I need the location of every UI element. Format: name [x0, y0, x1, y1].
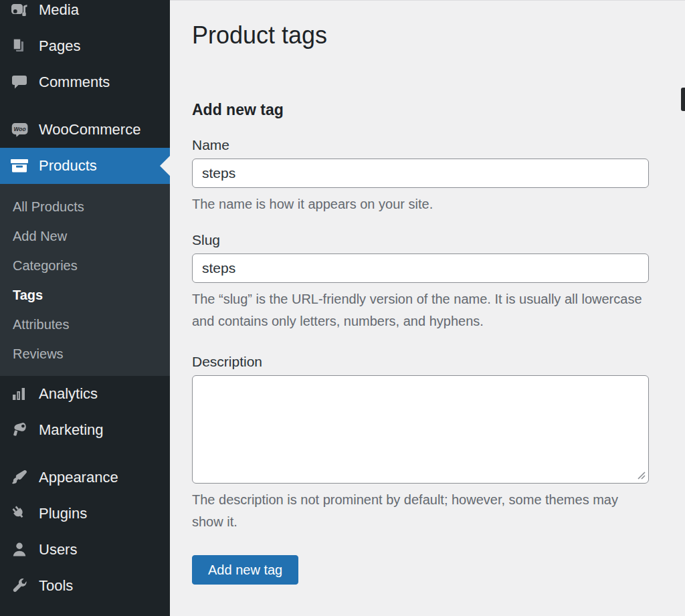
sidebar-item-label: Comments	[39, 74, 110, 91]
products-submenu: All Products Add New Categories Tags Att…	[0, 184, 170, 376]
sidebar-item-label: Users	[39, 541, 77, 558]
page-title: Product tags	[192, 21, 649, 49]
sidebar-item-label: Appearance	[39, 469, 118, 486]
tools-icon	[10, 577, 29, 595]
add-new-tag-form: Add new tag Name The name is how it appe…	[192, 101, 649, 585]
menu-separator	[0, 100, 170, 112]
name-input[interactable]	[192, 159, 649, 188]
submenu-item-attributes[interactable]: Attributes	[0, 310, 170, 339]
menu-separator	[0, 448, 170, 459]
name-label: Name	[192, 137, 649, 153]
slug-help-text: The “slug” is the URL-friendly version o…	[192, 288, 649, 332]
description-label: Description	[192, 354, 649, 370]
sidebar-item-products[interactable]: Products	[0, 148, 170, 184]
slug-input[interactable]	[192, 253, 649, 283]
marketing-icon	[10, 421, 29, 439]
sidebar-item-label: WooCommerce	[39, 121, 140, 138]
comments-icon	[10, 73, 29, 92]
sidebar-item-woocommerce[interactable]: Woo WooCommerce	[0, 112, 170, 148]
add-new-tag-button[interactable]: Add new tag	[192, 555, 298, 585]
media-icon	[10, 1, 29, 19]
sidebar-item-analytics[interactable]: Analytics	[0, 376, 170, 412]
products-icon	[10, 157, 29, 175]
description-textarea[interactable]	[192, 375, 649, 484]
appearance-icon	[10, 468, 29, 487]
sidebar-item-comments[interactable]: Comments	[0, 64, 170, 100]
woocommerce-icon: Woo	[10, 120, 29, 139]
sidebar-item-label: Media	[39, 1, 79, 19]
form-heading: Add new tag	[192, 101, 649, 119]
submenu-item-tags[interactable]: Tags	[0, 280, 170, 310]
svg-text:Woo: Woo	[14, 126, 26, 132]
sidebar-item-plugins[interactable]: Plugins	[0, 496, 170, 532]
main-content: Product tags Add new tag Name The name i…	[170, 0, 685, 616]
sidebar-item-label: Tools	[39, 577, 73, 595]
submenu-item-all-products[interactable]: All Products	[0, 192, 170, 221]
description-help-text: The description is not prominent by defa…	[192, 489, 649, 533]
admin-sidebar: Media Pages Comments	[0, 0, 170, 616]
slug-label: Slug	[192, 232, 649, 248]
plugins-icon	[10, 504, 29, 523]
sidebar-item-marketing[interactable]: Marketing	[0, 412, 170, 448]
sidebar-item-label: Analytics	[39, 385, 98, 403]
scrollbar-thumb[interactable]	[681, 88, 685, 111]
sidebar-item-label: Products	[39, 157, 97, 175]
submenu-item-categories[interactable]: Categories	[0, 251, 170, 280]
sidebar-item-pages[interactable]: Pages	[0, 28, 170, 64]
pages-icon	[10, 37, 29, 56]
sidebar-item-appearance[interactable]: Appearance	[0, 459, 170, 496]
name-help-text: The name is how it appears on your site.	[192, 193, 649, 215]
sidebar-item-tools[interactable]: Tools	[0, 568, 170, 604]
submenu-item-add-new[interactable]: Add New	[0, 221, 170, 251]
sidebar-item-label: Marketing	[39, 421, 104, 439]
sidebar-item-label: Plugins	[39, 505, 87, 522]
submenu-item-reviews[interactable]: Reviews	[0, 339, 170, 369]
sidebar-item-label: Pages	[39, 37, 80, 55]
analytics-icon	[10, 385, 29, 403]
sidebar-item-users[interactable]: Users	[0, 532, 170, 568]
sidebar-item-media[interactable]: Media	[0, 0, 170, 28]
users-icon	[10, 540, 29, 559]
